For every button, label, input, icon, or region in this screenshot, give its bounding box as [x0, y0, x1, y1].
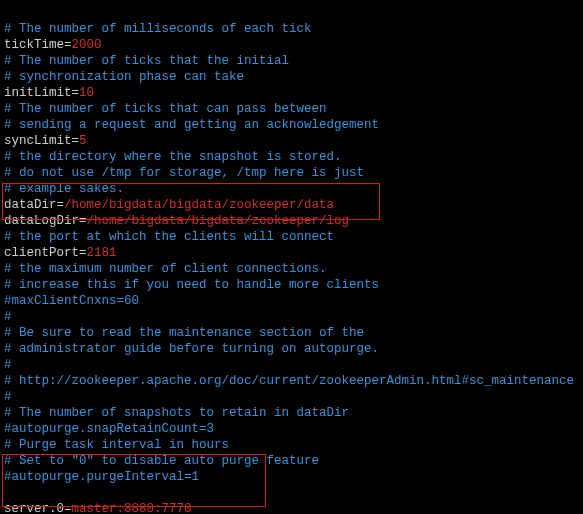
comment-line: #	[4, 310, 12, 324]
comment-line: # synchronization phase can take	[4, 70, 244, 84]
config-key-server0: server.0	[4, 502, 64, 514]
config-value-clientport: 2181	[87, 246, 117, 260]
comment-line: # http://zookeeper.apache.org/doc/curren…	[4, 374, 574, 388]
comment-line: # The number of ticks that the initial	[4, 54, 289, 68]
config-value-synclimit: 5	[79, 134, 87, 148]
config-value-datalogdir: /home/bigdata/bigdata/zookeeper/log	[87, 214, 350, 228]
equals-sign: =	[79, 214, 87, 228]
comment-line: # administrator guide before turning on …	[4, 342, 379, 356]
terminal-editor[interactable]: # The number of milliseconds of each tic…	[0, 0, 583, 514]
comment-line: # Be sure to read the maintenance sectio…	[4, 326, 364, 340]
comment-line: # The number of ticks that can pass betw…	[4, 102, 327, 116]
comment-line: # The number of snapshots to retain in d…	[4, 406, 349, 420]
comment-line: #maxClientCnxns=60	[4, 294, 139, 308]
equals-sign: =	[72, 134, 80, 148]
comment-line: # the directory where the snapshot is st…	[4, 150, 342, 164]
comment-line: #autopurge.purgeInterval=1	[4, 470, 199, 484]
config-key-initlimit: initLimit	[4, 86, 72, 100]
config-value-server0: master:8880:7770	[72, 502, 192, 514]
comment-line: # do not use /tmp for storage, /tmp here…	[4, 166, 364, 180]
equals-sign: =	[64, 502, 72, 514]
comment-line: # example sakes.	[4, 182, 124, 196]
comment-line: # increase this if you need to handle mo…	[4, 278, 379, 292]
comment-line: # Purge task interval in hours	[4, 438, 229, 452]
comment-line: # The number of milliseconds of each tic…	[4, 22, 312, 36]
comment-line: # sending a request and getting an ackno…	[4, 118, 379, 132]
config-value-datadir: /home/bigdata/bigdata/zookeeper/data	[64, 198, 334, 212]
config-key-ticktime: tickTime	[4, 38, 64, 52]
comment-line: # Set to "0" to disable auto purge featu…	[4, 454, 319, 468]
comment-line: # the port at which the clients will con…	[4, 230, 334, 244]
equals-sign: =	[79, 246, 87, 260]
config-key-synclimit: syncLimit	[4, 134, 72, 148]
equals-sign: =	[72, 86, 80, 100]
comment-line: #autopurge.snapRetainCount=3	[4, 422, 214, 436]
config-value-initlimit: 10	[79, 86, 94, 100]
config-value-ticktime: 2000	[72, 38, 102, 52]
comment-line: #	[4, 358, 12, 372]
equals-sign: =	[57, 198, 65, 212]
config-key-datadir: dataDir	[4, 198, 57, 212]
config-key-datalogdir: dataLogDir	[4, 214, 79, 228]
equals-sign: =	[64, 38, 72, 52]
comment-line: # the maximum number of client connectio…	[4, 262, 327, 276]
config-key-clientport: clientPort	[4, 246, 79, 260]
comment-line: #	[4, 390, 12, 404]
